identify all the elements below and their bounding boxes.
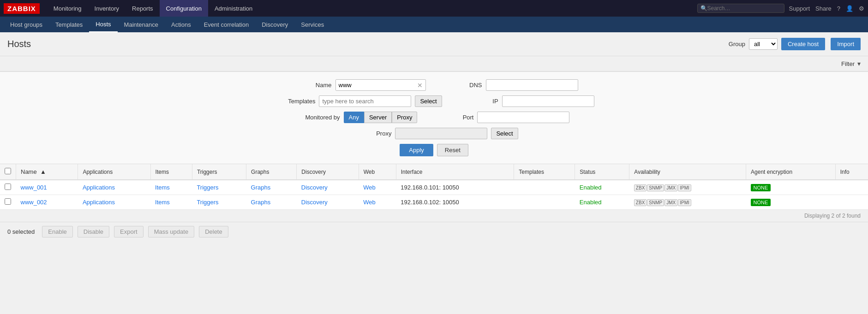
name-label: Name — [290, 82, 332, 89]
ip-input[interactable] — [502, 95, 594, 107]
subnav-templates[interactable]: Templates — [49, 17, 89, 32]
enable-button[interactable]: Enable — [42, 226, 72, 237]
th-status: Status — [575, 164, 629, 180]
templates-select-button[interactable]: Select — [415, 95, 442, 107]
name-input-wrapper: ✕ — [335, 79, 426, 91]
name-clear-button[interactable]: ✕ — [414, 82, 425, 89]
nav-monitoring[interactable]: Monitoring — [47, 0, 88, 17]
ip-field: IP — [457, 95, 594, 107]
nav-reports[interactable]: Reports — [126, 0, 160, 17]
th-interface: Interface — [396, 164, 514, 180]
logo: ZABBIX — [4, 3, 40, 14]
name-input[interactable] — [336, 80, 414, 90]
search-box[interactable]: 🔍 — [697, 4, 784, 13]
discovery-link[interactable]: Discovery — [301, 199, 328, 206]
host-name-link[interactable]: www_002 — [21, 199, 47, 206]
top-navigation: Monitoring Inventory Reports Configurati… — [47, 0, 259, 17]
settings-icon[interactable]: ⚙ — [859, 5, 864, 12]
status-value: Enabled — [580, 184, 602, 191]
items-link[interactable]: Items — [155, 184, 170, 191]
filter-icon[interactable]: ▾ — [857, 60, 861, 67]
triggers-link[interactable]: Triggers — [197, 199, 218, 206]
monitored-any-button[interactable]: Any — [344, 112, 364, 123]
items-link[interactable]: Items — [155, 199, 170, 206]
disable-button[interactable]: Disable — [78, 226, 109, 237]
ip-label: IP — [457, 98, 498, 105]
hosts-table: Name ▲ Applications Items Triggers Graph… — [0, 164, 868, 210]
port-input[interactable] — [477, 112, 569, 123]
triggers-link[interactable]: Triggers — [197, 184, 218, 191]
proxy-input[interactable] — [395, 128, 487, 139]
proxy-select-button[interactable]: Select — [491, 128, 518, 139]
subnav-services[interactable]: Services — [294, 17, 330, 32]
port-label: Port — [432, 114, 473, 121]
nav-inventory[interactable]: Inventory — [88, 0, 126, 17]
subnav-event-correlation[interactable]: Event correlation — [198, 17, 256, 32]
table-header-row: Name ▲ Applications Items Triggers Graph… — [0, 164, 868, 180]
th-items: Items — [150, 164, 192, 180]
subnav-discovery[interactable]: Discovery — [255, 17, 294, 32]
availability-badge: JMX — [664, 199, 677, 206]
filter-bar: Filter ▾ — [0, 56, 868, 71]
subnav-actions[interactable]: Actions — [165, 17, 198, 32]
monitored-server-button[interactable]: Server — [364, 112, 392, 123]
profile-icon[interactable]: 👤 — [846, 5, 853, 12]
export-button[interactable]: Export — [114, 226, 144, 237]
row-items: Items — [150, 180, 192, 195]
applications-link[interactable]: Applications — [83, 199, 115, 206]
templates-input[interactable] — [319, 95, 411, 107]
reset-button[interactable]: Reset — [437, 144, 468, 156]
availability-badge: JMX — [664, 184, 677, 191]
row-triggers: Triggers — [192, 195, 246, 210]
row-availability: ZBXSNMPJMXIPMI — [629, 180, 746, 195]
dns-input[interactable] — [486, 79, 578, 91]
hosts-table-wrapper: Name ▲ Applications Items Triggers Graph… — [0, 164, 868, 210]
th-discovery: Discovery — [297, 164, 359, 180]
status-value: Enabled — [580, 199, 602, 206]
web-link[interactable]: Web — [363, 184, 376, 191]
discovery-link[interactable]: Discovery — [301, 184, 328, 191]
availability-badge: ZBX — [634, 184, 647, 191]
row-discovery: Discovery — [297, 180, 359, 195]
applications-link[interactable]: Applications — [83, 184, 115, 191]
search-input[interactable] — [707, 5, 781, 12]
nav-configuration[interactable]: Configuration — [160, 0, 208, 17]
share-link[interactable]: Share — [815, 5, 832, 12]
help-icon[interactable]: ? — [837, 5, 840, 12]
monitored-proxy-button[interactable]: Proxy — [392, 112, 417, 123]
displaying-count: Displaying 2 of 2 found — [0, 210, 868, 222]
subnav-maintenance[interactable]: Maintenance — [118, 17, 165, 32]
row-discovery: Discovery — [297, 195, 359, 210]
row-checkbox[interactable] — [5, 184, 11, 190]
apply-button[interactable]: Apply — [400, 144, 433, 156]
monitored-by-field: Monitored by Any Server Proxy — [299, 112, 418, 123]
graphs-link[interactable]: Graphs — [251, 199, 271, 206]
row-checkbox[interactable] — [5, 198, 11, 205]
page-header: Hosts Group all Create host Import — [0, 32, 868, 56]
top-right-links: Support Share ? 👤 ⚙ — [789, 5, 864, 12]
delete-button[interactable]: Delete — [199, 226, 228, 237]
group-select[interactable]: all — [749, 38, 778, 50]
th-graphs: Graphs — [246, 164, 297, 180]
import-button[interactable]: Import — [831, 38, 861, 50]
create-host-button[interactable]: Create host — [781, 38, 825, 50]
monitored-by-group: Any Server Proxy — [344, 112, 418, 123]
proxy-field: Proxy Select — [350, 128, 518, 139]
graphs-link[interactable]: Graphs — [251, 184, 271, 191]
row-status: Enabled — [575, 180, 629, 195]
host-name-link[interactable]: www_001 — [21, 184, 47, 191]
subnav-hosts[interactable]: Hosts — [89, 17, 117, 32]
row-name: www_001 — [16, 180, 78, 195]
select-all-checkbox[interactable] — [5, 168, 11, 174]
row-name: www_002 — [16, 195, 78, 210]
nav-administration[interactable]: Administration — [208, 0, 259, 17]
group-label: Group — [729, 41, 745, 47]
subnav-host-groups[interactable]: Host groups — [4, 17, 49, 32]
support-link[interactable]: Support — [789, 5, 810, 12]
th-name[interactable]: Name ▲ — [16, 164, 78, 180]
th-agent-encryption: Agent encryption — [746, 164, 836, 180]
mass-update-button[interactable]: Mass update — [148, 226, 194, 237]
row-agent-encryption: NONE — [746, 195, 836, 210]
web-link[interactable]: Web — [363, 199, 376, 206]
table-body: www_001 Applications Items Triggers Grap… — [0, 180, 868, 210]
